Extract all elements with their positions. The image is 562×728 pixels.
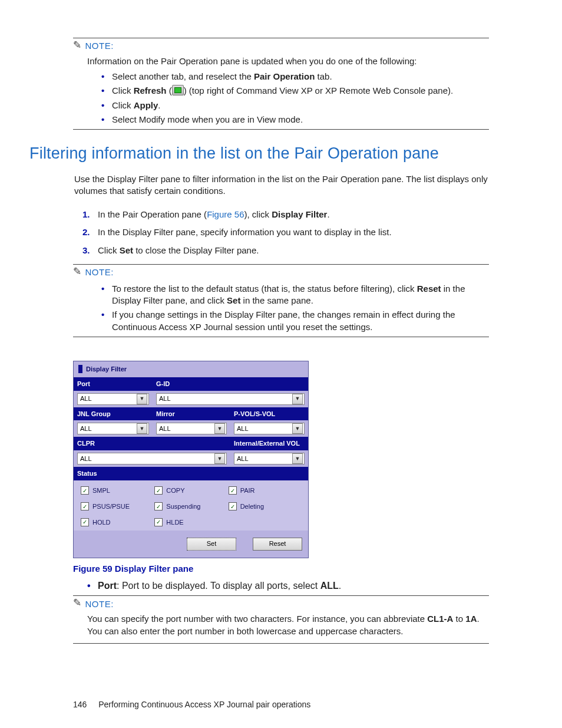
- set-button[interactable]: Set: [187, 538, 236, 551]
- title-marker-icon: [78, 365, 82, 373]
- chk-hlde[interactable]: ✓HLDE: [154, 518, 228, 527]
- page-number: 146: [73, 700, 87, 709]
- chk-copy[interactable]: ✓COPY: [154, 486, 228, 495]
- section-lead: Use the Display Filter pane to filter in…: [74, 173, 489, 197]
- step-2: In the Display Filter pane, specify info…: [98, 223, 489, 241]
- divider: [73, 643, 489, 644]
- note-block-1: ✎ NOTE: Information on the Pair Operatio…: [73, 38, 489, 130]
- port-combo[interactable]: ALL▼: [77, 393, 149, 405]
- gid-combo[interactable]: ALL▼: [156, 393, 305, 405]
- hdr-clpr: CLPR: [74, 437, 230, 450]
- chevron-down-icon: ▼: [292, 453, 303, 464]
- note-label: NOTE:: [85, 266, 114, 278]
- jnlgroup-combo[interactable]: ALL▼: [77, 423, 149, 434]
- reset-button[interactable]: Reset: [253, 538, 302, 551]
- chevron-down-icon: ▼: [292, 394, 303, 404]
- chevron-down-icon: ▼: [214, 453, 225, 464]
- section-title: Filtering information in the list on the…: [29, 143, 489, 164]
- divider: [73, 337, 489, 337]
- chk-pair[interactable]: ✓PAIR: [229, 486, 302, 495]
- filter-title: Display Filter: [86, 365, 127, 374]
- note1-item-c: Click Apply.: [112, 98, 489, 113]
- hdr-pvol: P-VOL/S-VOL: [230, 407, 308, 421]
- chk-smpl[interactable]: ✓SMPL: [81, 486, 154, 495]
- display-filter-pane: Display Filter Port G-ID ALL▼ ALL▼ JNL G…: [73, 361, 309, 558]
- divider: [73, 38, 489, 38]
- checkbox-icon: ✓: [81, 518, 89, 526]
- note-icon: ✎: [73, 265, 82, 279]
- step-1: In the Pair Operation pane (Figure 56), …: [98, 206, 489, 223]
- checkbox-icon: ✓: [229, 486, 237, 495]
- hdr-port: Port: [74, 377, 153, 391]
- intext-combo[interactable]: ALL▼: [234, 453, 305, 465]
- clpr-combo[interactable]: ALL▼: [77, 453, 227, 465]
- steps-list: In the Pair Operation pane (Figure 56), …: [73, 206, 489, 259]
- note-block-3: ✎ NOTE: You can specify the port number …: [73, 595, 489, 643]
- note2-item-a: To restore the list to the default statu…: [112, 282, 489, 308]
- checkbox-icon: ✓: [81, 502, 89, 510]
- refresh-icon: [172, 85, 184, 95]
- checkbox-icon: ✓: [81, 486, 89, 495]
- chevron-down-icon: ▼: [292, 423, 303, 434]
- hdr-mirror: Mirror: [153, 407, 230, 421]
- divider: [73, 264, 489, 265]
- checkbox-icon: ✓: [229, 502, 237, 510]
- checkbox-icon: ✓: [154, 502, 163, 510]
- filter-titlebar: Display Filter: [74, 361, 308, 377]
- note2-item-b: If you change settings in the Display Fi…: [112, 308, 489, 334]
- chk-psus[interactable]: ✓PSUS/PSUE: [81, 502, 154, 511]
- hdr-status: Status: [74, 467, 308, 480]
- note-label: NOTE:: [85, 598, 114, 610]
- checkbox-icon: ✓: [154, 486, 163, 495]
- pvol-combo[interactable]: ALL▼: [234, 423, 305, 434]
- step-3: Click Set to close the Display Filter pa…: [98, 242, 489, 259]
- chk-hold[interactable]: ✓HOLD: [81, 518, 154, 527]
- page-footer: 146 Performing Continuous Access XP Jour…: [73, 699, 310, 710]
- note1-item-b: Click Refresh () (top right of Command V…: [112, 84, 489, 98]
- desc-port: Port: Port to be displayed. To display a…: [98, 578, 489, 594]
- note-icon: ✎: [73, 597, 82, 610]
- hdr-jnlgroup: JNL Group: [74, 407, 153, 421]
- note1-lead: Information on the Pair Operation pane i…: [87, 55, 489, 67]
- divider: [73, 595, 489, 596]
- status-checkbox-area: ✓SMPL ✓COPY ✓PAIR ✓PSUS/PSUE ✓Suspending…: [74, 480, 308, 531]
- footer-title: Performing Continuous Access XP Journal …: [98, 700, 310, 709]
- note-label: NOTE:: [85, 40, 114, 52]
- hdr-intext: Internal/External VOL: [230, 437, 308, 450]
- chk-suspending[interactable]: ✓Suspending: [154, 502, 228, 511]
- chk-deleting[interactable]: ✓Deleting: [229, 502, 302, 511]
- figure-caption: Figure 59 Display Filter pane: [73, 563, 489, 575]
- chevron-down-icon: ▼: [137, 423, 147, 434]
- note-icon: ✎: [73, 39, 82, 52]
- chevron-down-icon: ▼: [214, 423, 225, 434]
- checkbox-icon: ✓: [154, 518, 163, 526]
- chevron-down-icon: ▼: [137, 394, 147, 404]
- note1-item-d: Select Modify mode when you are in View …: [112, 113, 489, 127]
- note-block-2: ✎ NOTE: To restore the list to the defau…: [73, 264, 489, 337]
- divider: [73, 129, 489, 130]
- hdr-gid: G-ID: [153, 377, 308, 391]
- figure-56-link[interactable]: Figure 56: [207, 209, 244, 219]
- mirror-combo[interactable]: ALL▼: [156, 423, 227, 434]
- note1-item-a: Select another tab, and reselect the Pai…: [112, 70, 489, 84]
